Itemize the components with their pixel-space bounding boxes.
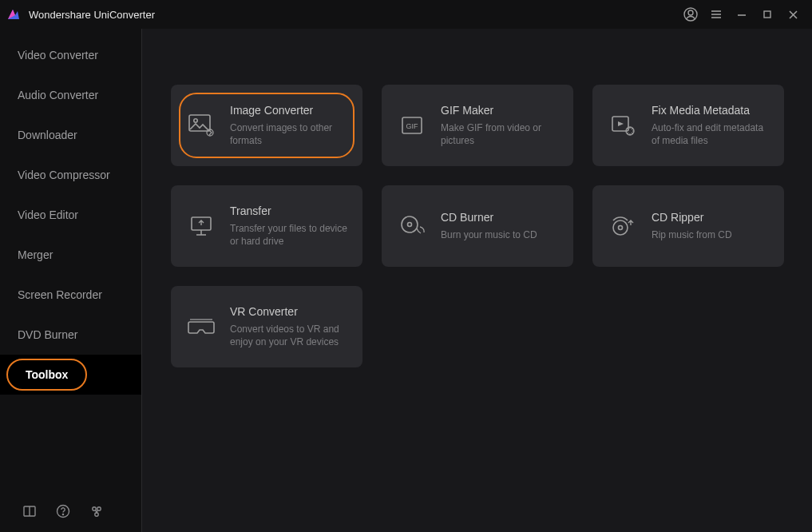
card-title: CD Ripper xyxy=(652,211,771,224)
cd-ripper-icon xyxy=(607,210,639,242)
svg-point-17 xyxy=(194,119,197,122)
card-description: Auto-fix and edit metadata of media file… xyxy=(652,121,771,147)
svg-point-27 xyxy=(613,220,628,235)
card-gif-maker[interactable]: GIF GIF MakerMake GIF from video or pict… xyxy=(382,85,573,166)
card-title: GIF Maker xyxy=(441,104,560,117)
cd-burner-icon xyxy=(396,210,428,242)
svg-point-28 xyxy=(619,226,623,230)
svg-point-26 xyxy=(408,223,412,227)
sidebar-item-label: Video Editor xyxy=(18,208,78,221)
card-description: Burn your music to CD xyxy=(441,228,560,241)
maximize-button[interactable] xyxy=(755,2,780,27)
gif-icon: GIF xyxy=(396,109,428,141)
menu-icon[interactable] xyxy=(703,2,729,27)
sidebar-item-video-editor[interactable]: Video Editor xyxy=(0,195,141,235)
sidebar-item-label: Downloader xyxy=(18,129,77,141)
card-title: Image Converter xyxy=(230,104,350,117)
sidebar-item-label: Merger xyxy=(18,248,53,261)
svg-point-1 xyxy=(688,10,693,15)
svg-point-25 xyxy=(402,216,418,232)
sidebar-footer xyxy=(0,490,141,532)
card-cd-ripper[interactable]: CD RipperRip music from CD xyxy=(592,185,784,267)
card-fix-media-metadata[interactable]: Fix Media MetadataAuto-fix and edit meta… xyxy=(592,85,784,166)
help-icon[interactable] xyxy=(56,504,70,518)
card-description: Convert videos to VR and enjoy on your V… xyxy=(230,323,350,348)
app-title: Wondershare UniConverter xyxy=(29,9,155,21)
svg-rect-6 xyxy=(764,11,770,18)
sidebar-item-label: Toolbox xyxy=(6,359,87,391)
card-cd-burner[interactable]: CD BurnerBurn your music to CD xyxy=(382,185,573,267)
sidebar-item-label: DVD Burner xyxy=(18,328,77,341)
sidebar-item-video-compressor[interactable]: Video Compressor xyxy=(0,155,141,195)
card-title: CD Burner xyxy=(441,211,560,224)
svg-text:GIF: GIF xyxy=(406,122,419,130)
tutorial-icon[interactable] xyxy=(22,504,37,518)
sidebar-item-video-converter[interactable]: Video Converter xyxy=(0,35,141,75)
titlebar: Wondershare UniConverter xyxy=(0,0,812,29)
card-vr-converter[interactable]: VR ConverterConvert videos to VR and enj… xyxy=(171,286,362,367)
sidebar-item-screen-recorder[interactable]: Screen Recorder xyxy=(0,275,141,315)
card-title: Transfer xyxy=(230,204,350,217)
sidebar: Video ConverterAudio ConverterDownloader… xyxy=(0,29,142,532)
card-title: Fix Media Metadata xyxy=(652,104,771,117)
account-icon[interactable] xyxy=(678,2,703,27)
card-description: Make GIF from video or pictures xyxy=(441,121,560,147)
card-title: VR Converter xyxy=(230,305,350,318)
sidebar-item-merger[interactable]: Merger xyxy=(0,235,141,275)
minimize-button[interactable] xyxy=(729,2,755,27)
sidebar-item-dvd-burner[interactable]: DVD Burner xyxy=(0,315,141,355)
content-area: Image ConverterConvert images to other f… xyxy=(142,29,812,532)
metadata-icon xyxy=(607,109,639,141)
sidebar-item-label: Video Compressor xyxy=(18,169,110,181)
sidebar-item-label: Screen Recorder xyxy=(18,288,102,301)
card-transfer[interactable]: TransferTransfer your files to device or… xyxy=(171,185,362,267)
close-button[interactable] xyxy=(780,2,806,27)
sidebar-item-label: Video Converter xyxy=(18,49,98,62)
card-description: Transfer your files to device or hard dr… xyxy=(230,222,350,248)
app-logo-icon xyxy=(6,7,21,22)
vr-icon xyxy=(185,311,217,343)
sidebar-item-toolbox[interactable]: Toolbox xyxy=(0,355,141,395)
sidebar-item-label: Audio Converter xyxy=(18,89,98,101)
sidebar-item-audio-converter[interactable]: Audio Converter xyxy=(0,75,141,115)
card-description: Convert images to other formats xyxy=(230,121,350,147)
svg-point-12 xyxy=(62,514,63,514)
image-icon xyxy=(185,109,217,141)
card-description: Rip music from CD xyxy=(652,228,771,241)
card-image-converter[interactable]: Image ConverterConvert images to other f… xyxy=(171,85,362,166)
share-icon[interactable] xyxy=(89,504,104,518)
transfer-icon xyxy=(185,210,217,242)
sidebar-item-downloader[interactable]: Downloader xyxy=(0,115,141,155)
